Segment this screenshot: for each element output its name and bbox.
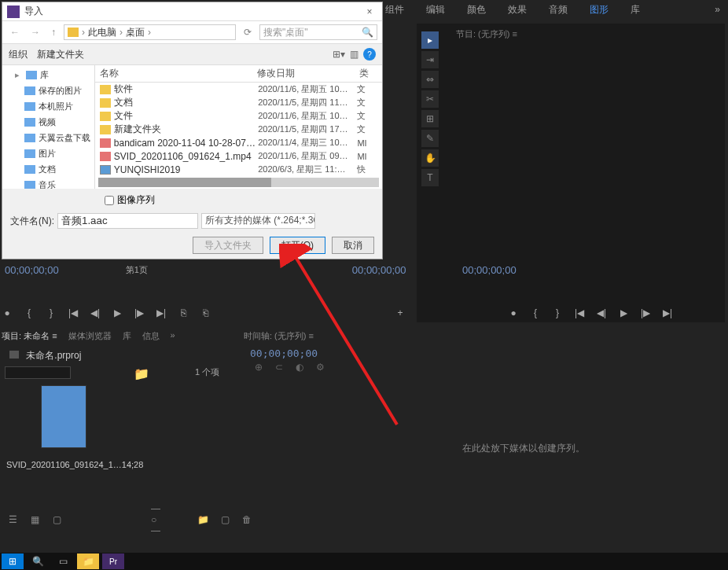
up-button[interactable]: ↑ (48, 27, 59, 38)
new-folder-button[interactable]: 新建文件夹 (37, 48, 84, 61)
help-icon[interactable]: ? (363, 48, 376, 61)
sidebar-item[interactable]: 音乐 (2, 177, 94, 189)
refresh-button[interactable]: ⟳ (241, 27, 255, 38)
overwrite-icon[interactable]: ⎗ (198, 306, 212, 320)
scrollbar-thumb[interactable] (98, 178, 271, 187)
step-back-icon[interactable]: ◀| (88, 306, 102, 320)
col-name[interactable]: 名称 (95, 67, 252, 80)
forward-button[interactable]: → (28, 27, 43, 38)
sidebar-item[interactable]: 图片 (2, 145, 94, 161)
organize-button[interactable]: 组织 (9, 48, 28, 61)
menu-graphics[interactable]: 图形 (590, 3, 609, 17)
premiere-taskbar-icon[interactable]: Pr (102, 553, 124, 569)
menu-library[interactable]: 库 (631, 3, 640, 17)
folder-nav-icon[interactable]: 📁 (134, 366, 149, 381)
hand-tool[interactable]: ✋ (421, 149, 439, 167)
goto-in-icon[interactable]: |◀ (572, 306, 586, 320)
mark-in-icon[interactable]: ● (506, 306, 520, 320)
search-taskbar-icon[interactable]: 🔍 (27, 553, 49, 569)
step-back-icon[interactable]: ◀| (594, 306, 609, 320)
image-sequence-checkbox[interactable] (105, 196, 114, 205)
file-row[interactable]: YUNQISHI20192020/6/3, 星期三 11:…快 (95, 163, 382, 176)
marker-icon[interactable]: ◐ (296, 362, 307, 373)
horizontal-scrollbar[interactable] (98, 178, 379, 187)
menu-audio[interactable]: 音频 (549, 3, 568, 17)
file-row[interactable]: 文件2020/11/6, 星期五 10…文 (95, 109, 382, 123)
link-icon[interactable]: ⊂ (275, 362, 286, 373)
cancel-button[interactable]: 取消 (332, 237, 374, 254)
project-search-input[interactable] (5, 366, 71, 379)
razor-tool[interactable]: ✂ (421, 90, 439, 108)
file-row[interactable]: 软件2020/11/6, 星期五 10…文 (95, 83, 382, 96)
bracket-in-icon[interactable]: { (528, 306, 542, 320)
file-filter-select[interactable]: 所有支持的媒体 (*.264;*.3G2;*. (201, 213, 315, 229)
slip-tool[interactable]: ⊞ (421, 110, 439, 127)
close-button[interactable]: × (362, 6, 377, 17)
play-icon[interactable]: ▶ (616, 306, 631, 320)
track-select-tool[interactable]: ⇥ (421, 51, 439, 68)
menu-components[interactable]: 组件 (385, 3, 404, 17)
tab-info[interactable]: 信息 (142, 330, 160, 342)
explorer-icon[interactable]: 📁 (77, 553, 99, 569)
import-folder-button[interactable]: 导入文件夹 (193, 237, 263, 254)
menu-color[interactable]: 颜色 (467, 3, 486, 17)
start-button[interactable]: ⊞ (2, 553, 24, 569)
selection-tool[interactable]: ▸ (421, 31, 439, 49)
menu-edit[interactable]: 编辑 (426, 3, 445, 17)
goto-out-icon[interactable]: ▶| (154, 306, 168, 320)
ripple-tool[interactable]: ⇔ (421, 71, 439, 88)
freeform-icon[interactable]: ▢ (50, 514, 63, 525)
sidebar-item[interactable]: 本机照片 (2, 98, 94, 114)
tab-media-browser[interactable]: 媒体浏览器 (68, 330, 112, 342)
icon-view-icon[interactable]: ▦ (28, 514, 41, 525)
col-type[interactable]: 类 (355, 67, 378, 80)
tab-timeline[interactable]: 时间轴: (无序列) ≡ (244, 330, 314, 342)
goto-in-icon[interactable]: |◀ (66, 306, 80, 320)
sidebar-item[interactable]: 视频 (2, 114, 94, 130)
bracket-out-icon[interactable]: } (550, 306, 564, 320)
sidebar-item[interactable]: ▸库 (2, 67, 94, 83)
insert-icon[interactable]: ⎘ (176, 306, 190, 320)
tab-more[interactable]: » (171, 330, 175, 342)
col-date[interactable]: 修改日期 (252, 67, 355, 80)
filename-input[interactable] (57, 213, 198, 229)
play-icon[interactable]: ▶ (110, 306, 124, 320)
bracket-out-icon[interactable]: } (44, 306, 58, 320)
view-options-icon[interactable]: ⊞▾ (333, 49, 345, 60)
breadcrumb-folder[interactable]: 桌面 (126, 26, 145, 39)
trash-icon[interactable]: 🗑 (241, 514, 253, 525)
step-fwd-icon[interactable]: |▶ (638, 306, 653, 320)
file-row[interactable]: 新建文件夹2020/11/5, 星期四 17…文 (95, 123, 382, 136)
task-view-icon[interactable]: ▭ (52, 553, 74, 569)
menu-more[interactable]: » (715, 4, 720, 15)
sidebar-item[interactable]: 天翼云盘下载 (2, 130, 94, 145)
settings-icon[interactable]: ⚙ (316, 362, 327, 373)
mark-in-icon[interactable]: ● (0, 306, 14, 320)
search-input[interactable]: 搜索"桌面" 🔍 (259, 24, 377, 40)
add-button[interactable]: + (393, 306, 407, 320)
new-bin-icon[interactable]: 📁 (197, 514, 209, 525)
breadcrumb-host[interactable]: 此电脑 (88, 26, 116, 39)
back-button[interactable]: ← (7, 27, 23, 38)
file-row[interactable]: 文档2020/11/5, 星期四 11…文 (95, 96, 382, 109)
sidebar-item[interactable]: 保存的图片 (2, 83, 94, 98)
type-tool[interactable]: T (421, 169, 439, 186)
breadcrumb[interactable]: › 此电脑 › 桌面 › (64, 24, 236, 40)
zoom-slider[interactable]: —○— (151, 514, 164, 525)
preview-pane-icon[interactable]: ▥ (350, 49, 358, 60)
step-fwd-icon[interactable]: |▶ (132, 306, 146, 320)
list-view-icon[interactable]: ☰ (6, 514, 19, 525)
snap-icon[interactable]: ⊕ (255, 362, 266, 373)
new-item-icon[interactable]: ▢ (219, 514, 231, 525)
file-row[interactable]: SVID_20201106_091624_1.mp42020/11/6, 星期五… (95, 149, 382, 163)
tab-project[interactable]: 项目: 未命名 ≡ (2, 330, 57, 342)
open-button[interactable]: 打开(O) (270, 237, 325, 254)
menu-effects[interactable]: 效果 (508, 3, 527, 17)
clip-thumbnail[interactable] (41, 385, 86, 448)
tab-library[interactable]: 库 (123, 330, 131, 342)
sidebar-item[interactable]: 文档 (2, 161, 94, 177)
bracket-in-icon[interactable]: { (22, 306, 36, 320)
pen-tool[interactable]: ✎ (421, 130, 439, 147)
file-row[interactable]: bandicam 2020-11-04 10-28-07-317…2020/11… (95, 136, 382, 149)
goto-out-icon[interactable]: ▶| (660, 306, 675, 320)
